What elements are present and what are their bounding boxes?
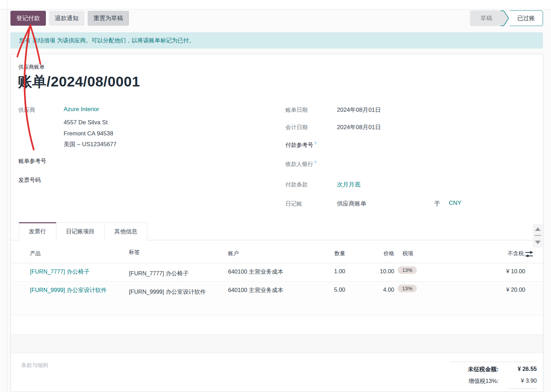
- totals-divider: [450, 362, 537, 362]
- empty-table-row: [11, 335, 543, 353]
- tab-other-info[interactable]: 其他信息: [105, 222, 147, 240]
- help-icon: ?: [314, 141, 316, 145]
- vendor-address-line2: Fremont CA 94538: [64, 128, 116, 139]
- accounting-date-label: 会计日期: [285, 124, 308, 131]
- header-account[interactable]: 账户: [228, 250, 315, 257]
- left-panel-divider: [7, 0, 7, 392]
- row-quantity-cell[interactable]: 1.00: [303, 268, 345, 275]
- untaxed-total-value: ¥ 26.55: [499, 366, 537, 373]
- vendor-label: 供应商: [18, 107, 35, 114]
- currency-link[interactable]: CNY: [449, 200, 461, 207]
- tab-invoice-lines[interactable]: 发票行: [19, 222, 56, 240]
- row-subtotal-cell: ¥ 10.00: [456, 268, 525, 275]
- top-divider: [0, 0, 551, 9]
- document-type-label: 供应商账单: [18, 64, 44, 70]
- bill-date-value: 2024年08月01日: [337, 106, 381, 114]
- row-account-cell[interactable]: 640100 主营业务成本: [228, 286, 315, 294]
- row-account-cell[interactable]: 640100 主营业务成本: [228, 268, 315, 276]
- row-product-link[interactable]: [FURN_7777] 办公椅子: [30, 268, 125, 276]
- outstanding-credits-banner: 您有 未结借项 为该供应商。可以分配他们，以将该账单标记为已付。: [10, 32, 543, 49]
- tax-badge: 13%: [398, 266, 417, 274]
- header-product[interactable]: 产品: [30, 250, 125, 257]
- header-quantity[interactable]: 数量: [303, 250, 345, 257]
- scroll-up-icon[interactable]: [535, 227, 541, 231]
- list-scrollbar[interactable]: [533, 224, 543, 248]
- untaxed-total-row: 未征税金额: ¥ 26.55: [450, 366, 537, 373]
- payment-reference-label: 付款参考号?: [285, 141, 316, 149]
- table-row[interactable]: [FURN_9999] 办公室设计软件 [FURN_9999] 办公室设计软件 …: [11, 282, 543, 315]
- register-payment-button[interactable]: 登记付款: [10, 11, 46, 26]
- vendor-link[interactable]: Azure Interior: [64, 106, 99, 113]
- vat-total-label: 增值税13%:: [450, 377, 499, 385]
- banner-text-prefix: 您有: [19, 37, 31, 44]
- status-chevron-icon: [501, 10, 510, 26]
- scroll-down-icon[interactable]: [535, 241, 541, 244]
- terms-placeholder[interactable]: 条款与细则: [21, 362, 48, 369]
- vendor-address-line1: 4557 De Silva St: [64, 117, 116, 128]
- status-stage-posted[interactable]: 已过账: [510, 10, 543, 26]
- row-quantity-cell[interactable]: 5.00: [303, 286, 345, 293]
- accounting-date-value: 2024年08月01日: [337, 123, 381, 131]
- empty-table-row: [11, 315, 543, 335]
- vat-total-value: ¥ 3.90: [499, 377, 537, 385]
- header-label[interactable]: 标签: [129, 247, 218, 257]
- payment-terms-link[interactable]: 次月月底: [337, 181, 360, 189]
- untaxed-total-label: 未征税金额:: [450, 366, 499, 373]
- header-subtotal[interactable]: 不含税.: [456, 250, 525, 257]
- journal-value: 供应商账单: [337, 200, 366, 208]
- outstanding-credits-link[interactable]: 未结借项: [32, 37, 55, 44]
- recipient-bank-label: 收款人银行?: [285, 160, 316, 168]
- control-button-bar: 登记付款 退款通知 重置为草稿: [10, 11, 129, 26]
- reset-to-draft-button[interactable]: 重置为草稿: [88, 11, 129, 26]
- row-product-link[interactable]: [FURN_9999] 办公室设计软件: [30, 286, 125, 294]
- credit-note-button[interactable]: 退款通知: [49, 11, 84, 26]
- invoice-number-label: 发票号码: [18, 177, 41, 184]
- payment-terms-label: 付款条款: [285, 181, 308, 189]
- bill-reference-label: 账单参考号: [18, 158, 46, 165]
- notebook-tabs: 发票行 日记账项目 其他信息: [11, 222, 543, 240]
- vendor-address-line3: 美国 – US12345677: [64, 139, 116, 150]
- header-tax[interactable]: 税项: [403, 250, 413, 257]
- row-tax-cell[interactable]: 13%: [398, 285, 450, 292]
- status-bar: 草稿 已过账: [470, 10, 543, 26]
- row-price-cell[interactable]: 4.00: [345, 286, 394, 293]
- row-label-cell[interactable]: [FURN_7777] 办公椅子: [129, 268, 218, 278]
- journal-infix: 于: [434, 200, 440, 208]
- scroll-thumb[interactable]: [535, 235, 541, 236]
- row-tax-cell[interactable]: 13%: [398, 266, 450, 274]
- table-row[interactable]: [FURN_7777] 办公椅子 [FURN_7777] 办公椅子 640100…: [11, 263, 543, 282]
- bill-date-label: 账单日期: [285, 107, 308, 114]
- optional-columns-icon[interactable]: [525, 250, 533, 258]
- status-stage-draft[interactable]: 草稿: [470, 10, 501, 26]
- journal-label: 日记账: [285, 200, 302, 208]
- row-label-cell[interactable]: [FURN_9999] 办公室设计软件: [129, 286, 218, 297]
- vat-total-row: 增值税13%: ¥ 3.90: [450, 377, 537, 385]
- lines-table-header: 产品 标签 账户 数量 价格 税项 不含税.: [11, 240, 543, 263]
- header-price[interactable]: 价格: [345, 250, 394, 257]
- banner-text-suffix: 为该供应商。可以分配他们，以将该账单标记为已付。: [57, 37, 195, 44]
- tab-journal-items[interactable]: 日记账项目: [56, 222, 105, 240]
- totals-sum-divider: [509, 389, 537, 389]
- tax-badge: 13%: [398, 285, 417, 292]
- help-icon: ?: [314, 160, 316, 165]
- bill-number-title: 账单/2024/08/0001: [18, 72, 140, 91]
- bill-form-sheet: 供应商账单 账单/2024/08/0001 供应商 Azure Interior…: [10, 54, 543, 392]
- row-subtotal-cell: ¥ 20.00: [456, 286, 525, 293]
- vendor-address: 4557 De Silva St Fremont CA 94538 美国 – U…: [64, 117, 116, 150]
- row-price-cell[interactable]: 10.00: [345, 268, 394, 275]
